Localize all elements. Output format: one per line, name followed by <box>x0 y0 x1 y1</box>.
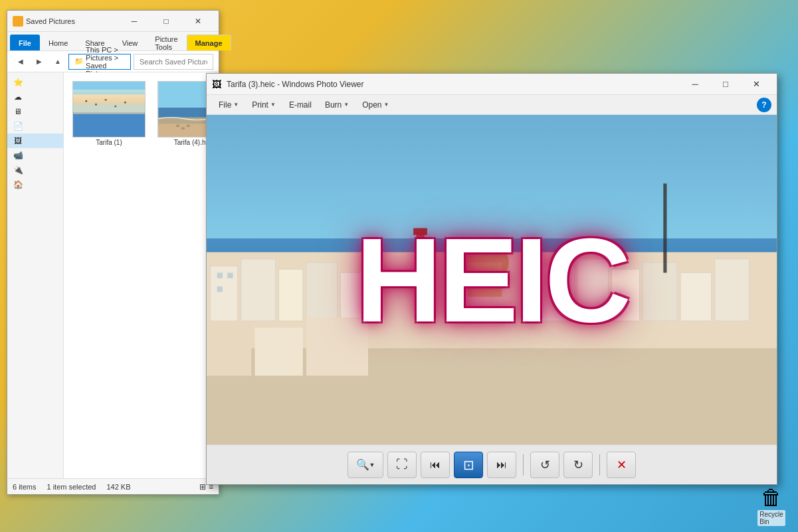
svg-rect-29 <box>643 262 677 321</box>
tab-home[interactable]: Home <box>40 35 76 50</box>
svg-rect-41 <box>663 183 666 272</box>
cloud-icon: ☁ <box>13 92 23 102</box>
toolbar-separator-1 <box>523 454 524 476</box>
zoom-dropdown-arrow: ▼ <box>369 462 375 468</box>
back-button[interactable]: ◀ <box>13 54 29 70</box>
svg-rect-32 <box>217 273 223 278</box>
svg-rect-39 <box>255 327 303 375</box>
videos-icon: 📹 <box>13 150 23 161</box>
rotate-left-icon: ↺ <box>540 458 550 472</box>
viewer-title-text: Tarifa (3).heic - Windows Photo Viewer <box>227 80 676 89</box>
sidebar-item-docs[interactable]: 📄 <box>7 119 63 133</box>
menu-open[interactable]: Open ▼ <box>355 98 395 112</box>
svg-point-6 <box>105 99 107 101</box>
sidebar-item-pictures[interactable]: 🖼 <box>7 133 63 148</box>
prev-button[interactable]: ⏮ <box>421 452 450 478</box>
toolbar-separator-2 <box>599 454 600 476</box>
maximize-button[interactable]: □ <box>151 11 181 32</box>
file-item-tarifa1[interactable]: Tarifa (1) <box>69 78 149 149</box>
file-thumb-tarifa1 <box>72 81 146 137</box>
svg-point-14 <box>181 127 185 130</box>
next-button[interactable]: ⏭ <box>487 452 516 478</box>
forward-button[interactable]: ▶ <box>31 54 47 70</box>
close-button[interactable]: ✕ <box>183 11 213 32</box>
view-details-btn[interactable]: ⊞ <box>199 482 206 491</box>
pictures-icon: 🖼 <box>13 135 23 146</box>
svg-rect-21 <box>279 270 303 321</box>
tab-picture-tools[interactable]: Picture Tools <box>146 35 186 50</box>
explorer-body: ⭐ ☁ 🖥 📄 🖼 📹 🔌 🏠 <box>7 72 219 478</box>
zoom-button[interactable]: 🔍 ▼ <box>348 452 383 478</box>
center-button[interactable]: ⊡ <box>454 452 483 478</box>
recycle-bin-icon: 🗑 <box>761 486 782 510</box>
svg-rect-31 <box>715 259 749 321</box>
rotate-right-icon: ↻ <box>573 458 583 472</box>
svg-point-13 <box>176 124 180 127</box>
star-icon: ⭐ <box>13 77 23 88</box>
zoom-icon: 🔍 <box>356 458 369 471</box>
minimize-button[interactable]: ─ <box>119 11 150 32</box>
rotate-left-button[interactable]: ↺ <box>530 452 559 478</box>
file-size: 142 KB <box>106 483 130 491</box>
file-menu-arrow: ▼ <box>233 102 239 108</box>
viewer-maximize-button[interactable]: □ <box>710 74 741 95</box>
search-input[interactable] <box>134 54 213 70</box>
up-button[interactable]: ▲ <box>50 54 66 70</box>
sidebar-item-quick[interactable]: ⭐ <box>7 75 63 90</box>
file-name-tarifa1: Tarifa (1) <box>96 139 122 146</box>
viewer-menubar: File ▼ Print ▼ E-mail Burn ▼ Open ▼ ? <box>207 95 777 115</box>
aerial-svg <box>73 82 145 137</box>
home-icon: 🏠 <box>13 179 23 190</box>
address-path[interactable]: 📁 This PC > Pictures > Saved Pictures <box>68 54 131 70</box>
rotate-right-button[interactable]: ↻ <box>563 452 593 478</box>
photo-display: HEIC <box>207 115 777 444</box>
svg-rect-38 <box>207 321 251 376</box>
viewer-close-button[interactable]: ✕ <box>741 74 771 95</box>
menu-print[interactable]: Print ▼ <box>245 98 282 112</box>
item-count: 6 items <box>13 483 36 491</box>
tab-manage[interactable]: Manage <box>187 35 231 50</box>
address-bar: ◀ ▶ ▲ 📁 This PC > Pictures > Saved Pictu… <box>7 51 219 72</box>
selected-count: 1 item selected <box>47 483 96 491</box>
svg-rect-3 <box>73 114 144 137</box>
viewer-toolbar: 🔍 ▼ ⛶ ⏮ ⊡ ⏭ ↺ ↻ ✕ <box>207 444 777 484</box>
viewer-minimize-button[interactable]: ─ <box>680 74 710 95</box>
open-menu-arrow: ▼ <box>384 102 389 108</box>
svg-point-4 <box>85 100 87 102</box>
viewer-title-icon: 🖼 <box>212 79 223 90</box>
svg-point-15 <box>186 124 190 127</box>
explorer-title-icon <box>13 16 23 27</box>
explorer-titlebar: Saved Pictures ─ □ ✕ <box>7 11 219 32</box>
sidebar-item-desktop[interactable]: 🖥 <box>7 104 63 119</box>
svg-rect-30 <box>680 273 712 321</box>
sidebar-item-home[interactable]: 🏠 <box>7 177 63 192</box>
tab-file[interactable]: File <box>10 35 40 50</box>
svg-rect-22 <box>306 262 338 321</box>
delete-button[interactable]: ✕ <box>607 452 636 478</box>
delete-icon: ✕ <box>617 458 627 472</box>
slideshow-icon: ⛶ <box>396 458 408 472</box>
print-menu-arrow: ▼ <box>270 102 276 108</box>
menu-file[interactable]: File ▼ <box>212 98 245 112</box>
next-icon: ⏭ <box>496 459 507 471</box>
sidebar-item-network[interactable]: 🔌 <box>7 163 63 177</box>
svg-point-8 <box>124 102 126 104</box>
center-icon: ⊡ <box>463 457 474 473</box>
svg-rect-34 <box>217 286 223 292</box>
menu-email[interactable]: E-mail <box>282 98 318 112</box>
burn-menu-arrow: ▼ <box>344 102 349 108</box>
heic-watermark: HEIC <box>355 211 628 349</box>
svg-rect-1 <box>73 82 144 95</box>
slideshow-button[interactable]: ⛶ <box>387 452 417 478</box>
viewer-titlebar: 🖼 Tarifa (3).heic - Windows Photo Viewer… <box>207 74 777 95</box>
sidebar-item-onedrive[interactable]: ☁ <box>7 90 63 104</box>
svg-rect-2 <box>73 95 144 114</box>
menu-burn[interactable]: Burn ▼ <box>318 98 355 112</box>
svg-point-7 <box>114 106 116 108</box>
sidebar: ⭐ ☁ 🖥 📄 🖼 📹 🔌 🏠 <box>7 72 64 478</box>
sidebar-item-videos[interactable]: 📹 <box>7 148 63 163</box>
svg-point-5 <box>95 104 97 106</box>
recycle-bin[interactable]: 🗑 Recycle Bin <box>758 486 785 519</box>
help-button[interactable]: ? <box>757 98 771 112</box>
photo-viewer-window: 🖼 Tarifa (3).heic - Windows Photo Viewer… <box>206 73 777 485</box>
